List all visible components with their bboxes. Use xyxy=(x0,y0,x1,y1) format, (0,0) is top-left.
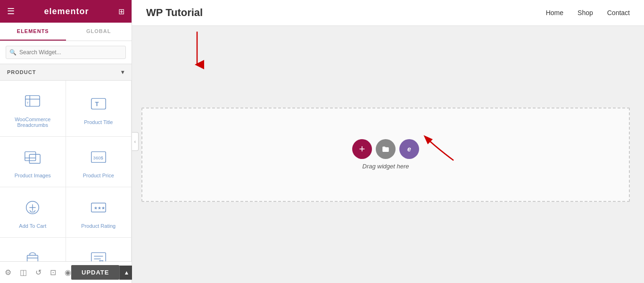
red-arrow-2 xyxy=(416,132,472,170)
widget-label-images: Product Images xyxy=(15,173,51,178)
widget-icon-price: 360$ xyxy=(87,145,110,169)
canvas-area: ‹ WP Tutorial Home Shop Contact + xyxy=(132,0,644,283)
widget-icon-rating: ★★★ xyxy=(87,196,110,219)
widget-woocommerce-breadcrumbs[interactable]: T WooCommerce Breadcrumbs xyxy=(0,81,66,137)
widget-product-images[interactable]: Product Images xyxy=(0,137,66,187)
widget-label-breadcrumbs: WooCommerce Breadcrumbs xyxy=(4,117,62,128)
widget-label-rating: Product Rating xyxy=(81,223,116,229)
top-bar: WP Tutorial Home Shop Contact xyxy=(132,0,644,26)
update-section: UPDATE ▲ xyxy=(71,265,133,280)
section-header-product: PRODUCT ▾ xyxy=(0,64,132,81)
tab-global[interactable]: GLOBAL xyxy=(66,23,132,41)
update-button[interactable]: UPDATE xyxy=(71,265,119,280)
svg-rect-6 xyxy=(25,152,36,161)
canvas-inner: + e Drag widget here xyxy=(132,26,644,283)
top-nav: Home Shop Contact xyxy=(546,9,630,17)
sidebar-search: 🔍 xyxy=(0,41,132,64)
widget-product-meta[interactable]: Product Meta xyxy=(66,238,132,261)
widget-product-price[interactable]: 360$ Product Price xyxy=(66,137,132,187)
section-label: PRODUCT xyxy=(7,69,36,75)
eye-icon[interactable]: ◉ xyxy=(65,268,71,277)
collapse-sidebar-handle[interactable]: ‹ xyxy=(132,132,139,151)
drop-zone-actions: + e Drag widget here xyxy=(352,139,419,170)
svg-rect-7 xyxy=(30,154,41,163)
bottom-icons: ⚙ ◫ ↺ ⊡ ◉ xyxy=(5,268,71,277)
bottom-bar: ⚙ ◫ ↺ ⊡ ◉ UPDATE ▲ xyxy=(0,261,132,283)
nav-home[interactable]: Home xyxy=(546,9,563,17)
widget-product-rating[interactable]: ★★★ Product Rating xyxy=(66,187,132,238)
search-input[interactable] xyxy=(6,46,126,59)
widget-product-stock[interactable]: Product Stock xyxy=(0,238,66,261)
settings-icon[interactable]: ⚙ xyxy=(5,268,11,277)
widget-icon-title: T xyxy=(87,92,110,116)
nav-contact[interactable]: Contact xyxy=(607,9,630,17)
widget-label-title: Product Title xyxy=(84,119,113,125)
navigator-icon[interactable]: ⊡ xyxy=(50,268,56,277)
widget-product-title[interactable]: T Product Title xyxy=(66,81,132,137)
tab-elements[interactable]: ELEMENTS xyxy=(0,23,66,41)
add-section-button[interactable]: + xyxy=(352,139,372,159)
svg-text:★★★: ★★★ xyxy=(93,206,105,210)
sidebar-tabs: ELEMENTS GLOBAL xyxy=(0,23,132,41)
widget-add-to-cart[interactable]: Add To Cart xyxy=(0,187,66,238)
svg-text:360$: 360$ xyxy=(93,155,103,160)
drop-zone[interactable]: + e Drag widget here xyxy=(141,108,630,202)
widget-icon-meta xyxy=(87,246,110,261)
nav-shop[interactable]: Shop xyxy=(578,9,593,17)
chevron-down-icon[interactable]: ▾ xyxy=(121,69,124,75)
svg-rect-18 xyxy=(91,253,106,261)
sidebar: ☰ elementor ⊞ ELEMENTS GLOBAL 🔍 PRODUCT … xyxy=(0,0,132,283)
history-icon[interactable]: ↺ xyxy=(35,268,41,277)
drop-buttons: + e xyxy=(352,139,419,159)
widget-label-cart: Add To Cart xyxy=(19,223,46,229)
add-template-button[interactable] xyxy=(376,139,396,159)
sidebar-header: ☰ elementor ⊞ xyxy=(0,0,132,23)
grid-icon[interactable]: ⊞ xyxy=(118,7,124,16)
update-caret-button[interactable]: ▲ xyxy=(119,266,133,280)
search-icon: 🔍 xyxy=(9,49,17,56)
widget-icon-images xyxy=(21,145,44,169)
hamburger-icon[interactable]: ☰ xyxy=(7,6,15,17)
elementor-template-button[interactable]: e xyxy=(399,139,419,159)
widget-grid: T WooCommerce Breadcrumbs T Product Titl… xyxy=(0,81,132,261)
brand-label: elementor xyxy=(44,7,89,17)
widget-icon-stock xyxy=(21,246,44,261)
widget-icon-breadcrumbs: T xyxy=(21,89,44,113)
widget-label-price: Product Price xyxy=(83,173,114,178)
drop-label: Drag widget here xyxy=(363,163,409,170)
widget-icon-cart xyxy=(21,196,44,219)
svg-text:T: T xyxy=(27,101,29,105)
layers-icon[interactable]: ◫ xyxy=(20,268,27,277)
page-title: WP Tutorial xyxy=(146,7,203,19)
svg-text:T: T xyxy=(95,100,99,108)
